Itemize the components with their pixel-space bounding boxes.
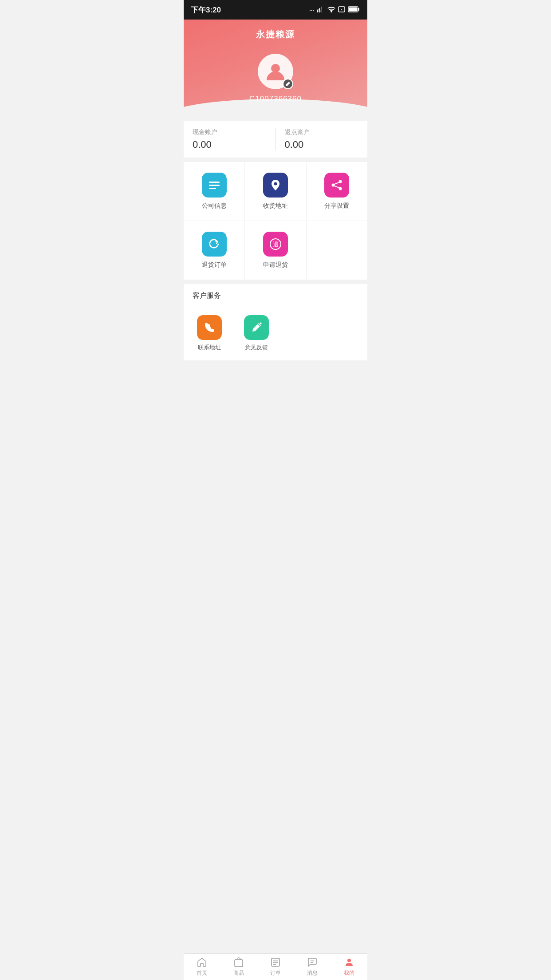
svg-rect-15	[209, 185, 220, 186]
service-item-feedback[interactable]: 意见反馈	[244, 315, 269, 352]
user-id: C1007366360	[184, 95, 367, 103]
company-icon	[202, 173, 227, 198]
grid-item-shipping-address[interactable]: 收货地址	[245, 162, 306, 221]
svg-rect-10	[358, 8, 359, 11]
points-value: 0.00	[285, 139, 359, 150]
service-item-phone[interactable]: 联系地址	[197, 315, 222, 352]
grid-item-share-settings[interactable]: 分享设置	[307, 162, 367, 221]
status-icons: ···	[309, 6, 360, 14]
service-icons-row: 联系地址 意见反馈	[184, 306, 367, 360]
location-icon	[263, 173, 288, 198]
grid-item-apply-return[interactable]: 退 申请退货	[245, 221, 306, 280]
svg-rect-11	[349, 7, 358, 11]
return-orders-label: 退货订单	[202, 261, 227, 269]
grid-item-return-orders[interactable]: 退货订单	[184, 221, 245, 280]
status-time: 下午3:20	[191, 5, 221, 15]
cash-label: 现金账户	[193, 128, 267, 136]
grid-item-empty	[307, 221, 367, 280]
shipping-address-label: 收货地址	[263, 202, 288, 210]
svg-point-6	[331, 11, 332, 12]
phone-icon	[197, 315, 222, 340]
share-settings-label: 分享设置	[324, 202, 349, 210]
svg-point-20	[339, 187, 342, 190]
dots-icon: ···	[309, 7, 314, 13]
points-account[interactable]: 返点账户 0.00	[276, 128, 368, 150]
svg-line-5	[321, 7, 322, 12]
battery-icon	[348, 6, 360, 14]
refund-icon: 退	[263, 232, 288, 257]
svg-rect-16	[209, 188, 216, 189]
app-title: 永捷粮源	[184, 28, 367, 40]
grid-menu: 公司信息 收货地址	[184, 162, 367, 280]
svg-rect-14	[209, 182, 220, 183]
edit-avatar-button[interactable]	[283, 79, 293, 89]
svg-point-19	[332, 184, 335, 187]
service-section-title: 客户服务	[184, 284, 367, 306]
account-section: 现金账户 0.00 返点账户 0.00	[184, 121, 367, 158]
share-icon	[324, 173, 349, 198]
person-icon	[264, 60, 287, 83]
customer-service-section: 客户服务 联系地址 意见	[184, 284, 367, 360]
pencil-small-icon	[285, 81, 291, 87]
cash-value: 0.00	[193, 139, 267, 150]
grid-row-1: 公司信息 收货地址	[184, 162, 367, 221]
signal-icon	[317, 6, 325, 14]
feedback-label: 意见反馈	[245, 344, 268, 352]
wifi-icon	[327, 6, 335, 14]
cash-account[interactable]: 现金账户 0.00	[184, 128, 276, 150]
svg-point-17	[274, 182, 277, 186]
company-info-label: 公司信息	[202, 202, 227, 210]
phone-service-label: 联系地址	[198, 344, 221, 352]
sim-icon: ×	[338, 6, 345, 14]
return-icon	[202, 232, 227, 257]
svg-line-21	[335, 182, 339, 184]
svg-text:退: 退	[272, 241, 278, 248]
points-label: 返点账户	[285, 128, 359, 136]
profile-header: 永捷粮源 C1007366360	[184, 20, 367, 121]
avatar-container[interactable]	[258, 54, 293, 89]
grid-row-2: 退货订单 退 申请退货	[184, 221, 367, 280]
svg-line-22	[335, 186, 339, 188]
apply-return-label: 申请退货	[263, 261, 288, 269]
grid-item-company-info[interactable]: 公司信息	[184, 162, 245, 221]
svg-text:×: ×	[341, 8, 342, 11]
status-bar: 下午3:20 ···	[184, 0, 367, 20]
feedback-icon	[244, 315, 269, 340]
svg-point-18	[339, 180, 342, 183]
svg-line-3	[319, 8, 320, 12]
